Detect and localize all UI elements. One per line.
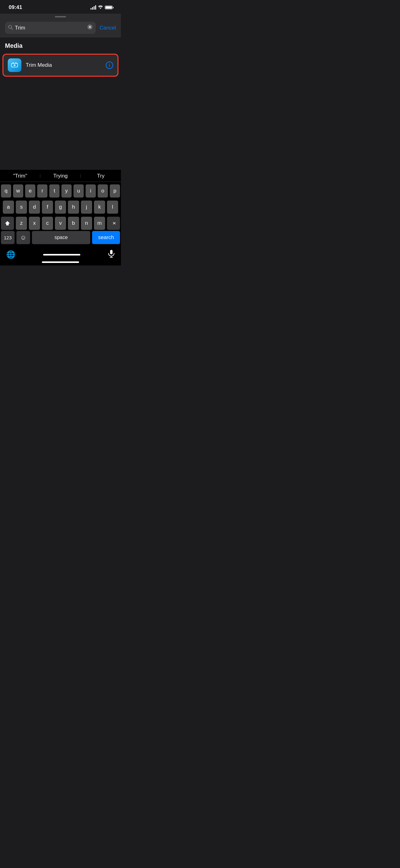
numbers-key[interactable]: 123 (1, 231, 14, 244)
keyboard: "Trim" Trying Try q w e r t y u i o p a … (0, 170, 121, 266)
key-j[interactable]: j (81, 200, 92, 214)
space-key[interactable]: space (32, 231, 90, 244)
key-q[interactable]: q (1, 184, 11, 197)
svg-rect-6 (13, 62, 14, 64)
emoji-key[interactable]: ☺ (16, 231, 30, 244)
predictive-trim[interactable]: "Trim" (0, 173, 40, 179)
key-e[interactable]: e (25, 184, 35, 197)
clear-button[interactable] (87, 24, 93, 31)
wifi-icon (98, 5, 103, 10)
key-n[interactable]: n (81, 217, 92, 230)
key-row-2: a s d f g h j k l (1, 200, 120, 214)
key-rows: q w e r t y u i o p a s d f g h j k l (0, 182, 121, 231)
predictive-try[interactable]: Try (80, 173, 121, 179)
key-s[interactable]: s (16, 200, 27, 214)
key-p[interactable]: p (110, 184, 120, 197)
key-x[interactable]: x (29, 217, 40, 230)
key-d[interactable]: d (29, 200, 40, 214)
shift-key[interactable] (1, 217, 14, 230)
key-row-3: z x c v b n m (1, 217, 120, 230)
key-h[interactable]: h (68, 200, 79, 214)
key-l[interactable]: l (107, 200, 118, 214)
key-a[interactable]: a (3, 200, 14, 214)
key-i[interactable]: i (86, 184, 96, 197)
cancel-button[interactable]: Cancel (100, 25, 116, 31)
home-indicator (43, 254, 80, 255)
search-key[interactable]: search (92, 231, 120, 244)
svg-rect-7 (15, 62, 16, 64)
trim-media-icon (8, 58, 22, 72)
microphone-icon[interactable] (108, 250, 115, 259)
home-bar-bottom (0, 261, 121, 266)
drag-handle-bar (55, 16, 66, 18)
trim-media-info-button[interactable]: i (106, 61, 113, 69)
key-u[interactable]: u (73, 184, 84, 197)
key-z[interactable]: z (16, 217, 27, 230)
svg-marker-9 (5, 221, 10, 225)
key-y[interactable]: y (61, 184, 72, 197)
search-bar-container: Cancel (0, 19, 121, 37)
result-item-wrapper: Trim Media i (0, 53, 121, 78)
svg-rect-12 (110, 250, 112, 254)
home-bar-row: 🌐 (0, 247, 121, 261)
key-row-1: q w e r t y u i o p (1, 184, 120, 197)
content-area: Media Trim Media i (0, 37, 121, 83)
signal-icon (91, 5, 96, 10)
delete-key[interactable] (107, 217, 120, 230)
svg-marker-8 (14, 64, 16, 66)
bottom-key-row: 123 ☺ space search (0, 231, 121, 247)
key-w[interactable]: w (13, 184, 23, 197)
key-t[interactable]: t (49, 184, 60, 197)
search-input[interactable] (15, 25, 85, 31)
status-bar: 09:41 (0, 0, 121, 14)
search-input-wrapper[interactable] (5, 22, 96, 34)
key-o[interactable]: o (98, 184, 108, 197)
key-k[interactable]: k (94, 200, 105, 214)
key-v[interactable]: v (55, 217, 66, 230)
svg-line-1 (11, 28, 13, 30)
globe-icon[interactable]: 🌐 (6, 250, 15, 259)
key-c[interactable]: c (42, 217, 53, 230)
key-f[interactable]: f (42, 200, 53, 214)
battery-icon (105, 6, 113, 9)
predictive-trying[interactable]: Trying (40, 173, 80, 179)
key-r[interactable]: r (37, 184, 47, 197)
empty-content-area (0, 83, 121, 170)
predictive-bar: "Trim" Trying Try (0, 170, 121, 182)
trim-media-result[interactable]: Trim Media i (2, 54, 119, 77)
status-icons (91, 5, 113, 10)
search-icon (8, 25, 13, 31)
status-time: 09:41 (9, 4, 22, 10)
key-b[interactable]: b (68, 217, 79, 230)
trim-media-label: Trim Media (26, 62, 101, 68)
key-g[interactable]: g (55, 200, 66, 214)
key-m[interactable]: m (94, 217, 105, 230)
drag-handle (0, 14, 121, 19)
section-header-media: Media (0, 42, 121, 53)
